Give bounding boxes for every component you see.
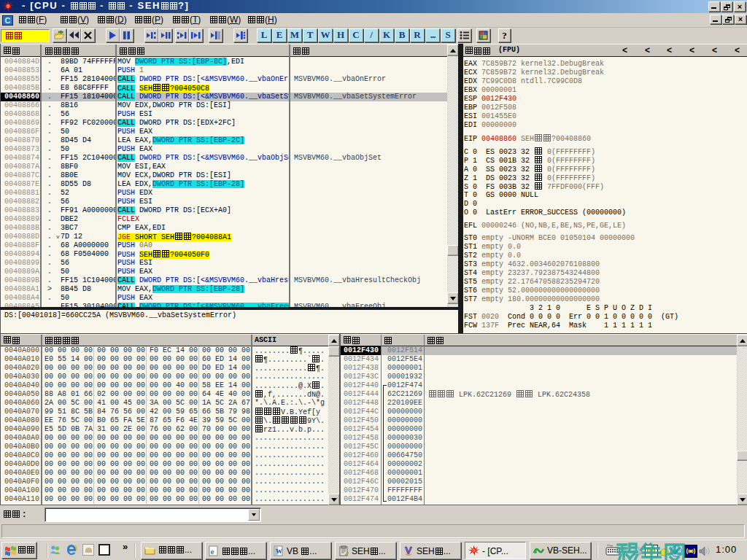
- svg-text:e: e: [211, 547, 214, 556]
- svg-text:W: W: [276, 548, 282, 555]
